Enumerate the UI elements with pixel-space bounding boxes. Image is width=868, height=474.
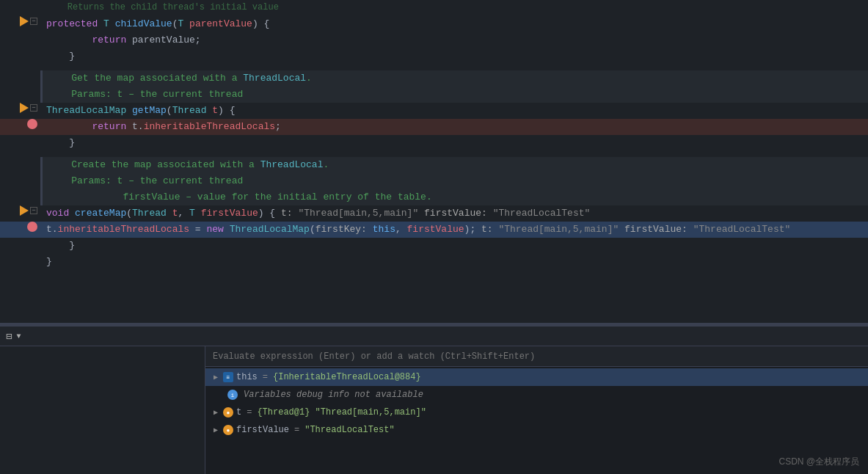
arrow-breakpoint-getmap	[20, 103, 29, 113]
code-line-return-parent: return parentValue;	[0, 32, 868, 48]
eval-input[interactable]	[213, 351, 861, 362]
code-content-createmap: void createMap(Thread t, T firstValue) {…	[40, 205, 868, 222]
code-content-close2: }	[40, 135, 868, 151]
expand-arrow-this[interactable]: ▶	[211, 373, 220, 382]
comment1-line1: Get the map associated with a ThreadLoca…	[43, 70, 868, 87]
code-line-createmap: − void createMap(Thread t, T firstValue)…	[0, 205, 868, 222]
code-line-close3: }	[0, 238, 868, 254]
var-value-this: {InheritableThreadLocal@884}	[273, 372, 421, 382]
code-content-comment-top: Returns the child thread's initial value	[40, 0, 868, 15]
code-content-getmap: ThreadLocalMap getMap(Thread t) {	[40, 103, 868, 119]
expand-arrow-t[interactable]: ▶	[211, 408, 220, 417]
code-line-comment-top: Returns the child thread's initial value	[0, 0, 868, 16]
comment1-line2: Params: t – the current thread	[43, 87, 868, 103]
comment2-line2: Params: t – the current thread	[43, 173, 868, 189]
variables-list: ▶ ≡ this = {InheritableThreadLocal@884} …	[205, 367, 868, 474]
var-icon-firstvalue: ●	[223, 425, 233, 435]
fold-icon-protected[interactable]: −	[30, 18, 37, 25]
code-content-protected: protected T childValue(T parentValue) {	[40, 16, 868, 32]
code-line-return-inheritable: return t.inheritableThreadLocals;	[0, 119, 868, 135]
eval-bar	[205, 346, 868, 367]
code-line-close4: }	[0, 254, 868, 270]
code-line-close2: }	[0, 135, 868, 151]
code-content-return-inheritable: return t.inheritableThreadLocals;	[40, 119, 868, 135]
code-line-getmap: − ThreadLocalMap getMap(Thread t) {	[0, 103, 868, 119]
editor-area: Returns the child thread's initial value…	[0, 0, 868, 323]
var-info-row: i Variables debug info not available	[205, 386, 868, 404]
red-breakpoint-assign	[27, 222, 37, 232]
comment2-line3: firstValue – value for the initial entry…	[43, 189, 868, 205]
gutter-assign	[0, 222, 40, 232]
debug-toolbar: ⊟ ▼	[0, 326, 868, 346]
var-value-firstvalue: "ThreadLocalTest"	[304, 425, 394, 435]
dropdown-arrow[interactable]: ▼	[16, 332, 21, 340]
arrow-breakpoint	[20, 16, 29, 26]
var-name-firstvalue: firstValue	[236, 425, 289, 435]
editor-container: Returns the child thread's initial value…	[0, 0, 868, 474]
watch-panel	[0, 346, 205, 474]
var-value-t: {Thread@1} "Thread[main,5,main]"	[257, 407, 426, 418]
var-firstvalue-row[interactable]: ▶ ● firstValue = "ThreadLocalTest"	[205, 421, 868, 439]
arrow-breakpoint-createmap	[20, 205, 29, 216]
red-breakpoint	[27, 119, 37, 129]
var-eq-t: =	[247, 407, 252, 418]
code-content-close3: }	[40, 238, 868, 254]
var-icon-this: ≡	[223, 372, 233, 382]
code-line-close1: }	[0, 48, 868, 65]
eval-variables-panel: ▶ ≡ this = {InheritableThreadLocal@884} …	[205, 346, 868, 474]
gutter-protected: −	[0, 16, 40, 26]
gutter-getmap: −	[0, 103, 40, 113]
gutter-return-inheritable	[0, 119, 40, 129]
watermark: CSDN @全栈程序员	[778, 456, 859, 468]
filter-icon[interactable]: ⊟	[6, 330, 12, 343]
expand-arrow-firstvalue[interactable]: ▶	[211, 426, 220, 434]
var-eq-firstvalue: =	[294, 425, 299, 435]
block-comment-2: Create the map associated with a ThreadL…	[40, 157, 868, 205]
var-icon-info: i	[227, 390, 238, 400]
code-line-protected: − protected T childValue(T parentValue) …	[0, 16, 868, 32]
var-this-row[interactable]: ▶ ≡ this = {InheritableThreadLocal@884}	[205, 368, 868, 386]
code-line-assign: t.inheritableThreadLocals = new ThreadLo…	[0, 222, 868, 238]
code-content-close4: }	[40, 254, 868, 270]
panel-content-row: ▶ ≡ this = {InheritableThreadLocal@884} …	[0, 346, 868, 474]
fold-icon-getmap[interactable]: −	[30, 104, 37, 112]
var-icon-t: ●	[223, 407, 233, 418]
var-eq-this: =	[263, 372, 268, 382]
debug-panel: ⊟ ▼ ▶ ≡ this =	[0, 326, 868, 474]
block-comment-1: Get the map associated with a ThreadLoca…	[40, 70, 868, 103]
fold-icon-createmap[interactable]: −	[30, 207, 37, 214]
var-name-this: this	[236, 372, 258, 382]
var-name-t: t	[236, 407, 241, 418]
var-info-text: Variables debug info not available	[244, 390, 423, 400]
code-content-return-parent: return parentValue;	[40, 32, 868, 48]
comment2-line1: Create the map associated with a ThreadL…	[43, 157, 868, 173]
code-content-assign: t.inheritableThreadLocals = new ThreadLo…	[40, 222, 868, 238]
code-content-close1: }	[40, 48, 868, 65]
var-t-row[interactable]: ▶ ● t = {Thread@1} "Thread[main,5,main]"	[205, 404, 868, 421]
gutter-createmap: −	[0, 205, 40, 216]
